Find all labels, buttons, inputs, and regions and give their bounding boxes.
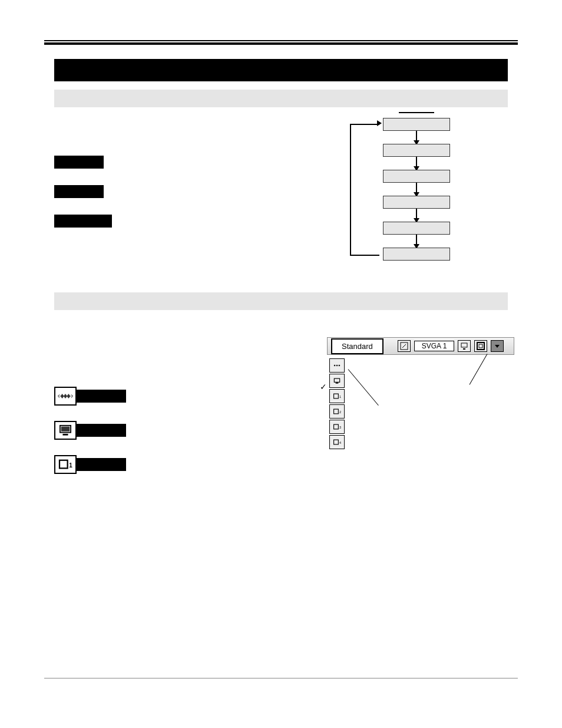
icon-row-1-label xyxy=(77,390,126,403)
flow-step-3 xyxy=(383,170,450,183)
flowchart-loop-bottom xyxy=(350,255,379,256)
vtool-square-4-icon[interactable]: 4 xyxy=(329,435,345,449)
flow-step-2 xyxy=(383,144,450,157)
svg-rect-16 xyxy=(61,427,70,431)
flow-step-4 xyxy=(383,196,450,209)
diamond-chain-icon xyxy=(54,387,77,406)
icon-row-2 xyxy=(54,421,126,440)
flowchart-entry-line xyxy=(399,112,434,113)
toolbar-row: Standard SVGA 1 xyxy=(327,337,514,355)
svg-rect-7 xyxy=(334,394,339,398)
toolbar-screenshot: Standard SVGA 1 1 xyxy=(327,337,514,452)
checkmark-icon: ✓ xyxy=(320,382,327,391)
flowchart-loop-top xyxy=(350,124,379,125)
monitor-small-icon[interactable] xyxy=(458,340,471,352)
svga-label[interactable]: SVGA 1 xyxy=(414,341,455,351)
flow-step-5 xyxy=(383,222,450,235)
monitor-icon xyxy=(54,421,77,440)
header-rule-thin xyxy=(44,40,518,41)
vtool-diamond-chain-icon[interactable] xyxy=(329,358,345,373)
vtool-square-1-icon[interactable]: 1 xyxy=(329,389,345,403)
dropdown-small-icon[interactable] xyxy=(491,340,504,352)
vtool-square-3-icon[interactable]: 3 xyxy=(329,420,345,434)
svg-rect-13 xyxy=(334,440,339,444)
svg-rect-5 xyxy=(334,378,339,382)
standard-button[interactable]: Standard xyxy=(331,338,384,354)
svg-text:4: 4 xyxy=(339,441,341,444)
label-block-3 xyxy=(54,215,112,228)
label-block-1 xyxy=(54,156,104,169)
subsection-bar-2 xyxy=(54,292,508,310)
svg-text:1: 1 xyxy=(69,462,72,469)
svg-rect-4 xyxy=(479,344,482,348)
flow-step-1 xyxy=(383,118,450,131)
flowchart-loop-arrowhead xyxy=(377,120,382,126)
square-1-icon: 1 xyxy=(54,455,77,474)
icon-row-2-label xyxy=(77,424,126,437)
svg-rect-1 xyxy=(461,343,467,347)
svg-text:1: 1 xyxy=(339,395,341,398)
flowchart-loop-vertical xyxy=(350,124,351,255)
vtool-monitor-icon[interactable] xyxy=(329,374,345,388)
icon-row-3: 1 xyxy=(54,455,126,474)
svg-rect-9 xyxy=(334,409,339,414)
svg-rect-11 xyxy=(334,424,339,429)
icon-row-1 xyxy=(54,387,126,406)
flowchart xyxy=(366,118,467,261)
section-title-bar xyxy=(54,59,508,81)
svg-text:2: 2 xyxy=(339,410,341,414)
svg-rect-18 xyxy=(59,460,68,469)
footer-rule xyxy=(44,678,518,678)
label-block-2 xyxy=(54,185,104,198)
input-select-icon[interactable] xyxy=(398,340,411,352)
svg-rect-3 xyxy=(477,342,484,350)
vertical-toolbar: 1 2 3 4 xyxy=(329,358,514,449)
vtool-square-2-icon[interactable]: 2 xyxy=(329,404,345,419)
header-rule-thick xyxy=(44,42,518,45)
icon-row-3-label xyxy=(77,458,126,471)
square-small-icon[interactable] xyxy=(474,340,487,352)
flow-step-6 xyxy=(383,248,450,261)
subsection-bar-1 xyxy=(54,90,508,107)
svg-text:3: 3 xyxy=(339,426,341,429)
